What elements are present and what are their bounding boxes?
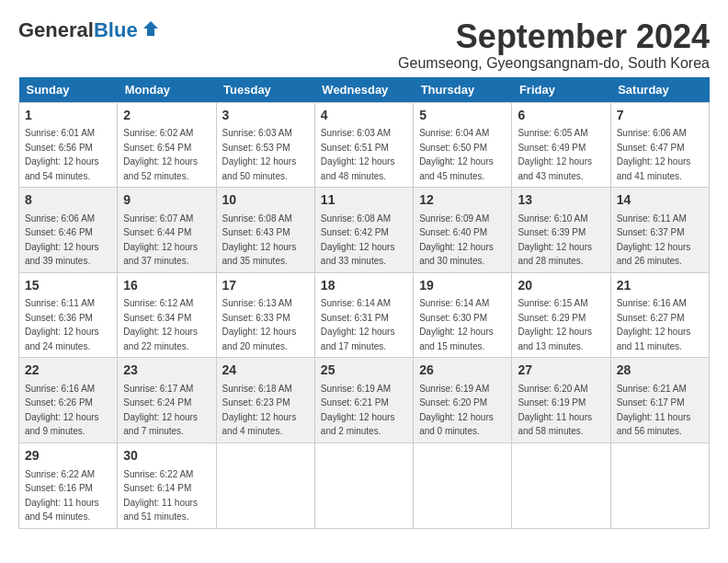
day-4: 4 Sunrise: 6:03 AMSunset: 6:51 PMDayligh… [314,102,413,188]
day-2: 2 Sunrise: 6:02 AMSunset: 6:54 PMDayligh… [118,102,216,188]
day-17: 17 Sunrise: 6:13 AMSunset: 6:33 PMDaylig… [216,272,314,358]
calendar-table: Sunday Monday Tuesday Wednesday Thursday… [18,77,710,529]
header-thursday: Thursday [414,77,512,103]
day-12: 12 Sunrise: 6:09 AMSunset: 6:40 PMDaylig… [414,188,512,273]
day-27: 27 Sunrise: 6:20 AMSunset: 6:19 PMDaylig… [512,358,610,443]
day-22: 22 Sunrise: 6:16 AMSunset: 6:26 PMDaylig… [19,358,118,443]
empty-cell-5 [610,442,709,528]
logo-icon [142,19,160,38]
logo-text: GeneralBlue [18,18,138,42]
day-13: 13 Sunrise: 6:10 AMSunset: 6:39 PMDaylig… [512,188,610,273]
day-20: 20 Sunrise: 6:15 AMSunset: 6:29 PMDaylig… [512,272,610,358]
day-1: 1 Sunrise: 6:01 AMSunset: 6:56 PMDayligh… [19,102,118,188]
day-18: 18 Sunrise: 6:14 AMSunset: 6:31 PMDaylig… [314,272,413,358]
day-15: 15 Sunrise: 6:11 AMSunset: 6:36 PMDaylig… [19,272,118,358]
day-3: 3 Sunrise: 6:03 AMSunset: 6:53 PMDayligh… [216,102,314,188]
page-title: September 2024 [398,18,710,55]
day-23: 23 Sunrise: 6:17 AMSunset: 6:24 PMDaylig… [118,358,216,443]
day-9: 9 Sunrise: 6:07 AMSunset: 6:44 PMDayligh… [118,188,216,273]
day-29: 29 Sunrise: 6:22 AMSunset: 6:16 PMDaylig… [19,442,118,528]
day-25: 25 Sunrise: 6:19 AMSunset: 6:21 PMDaylig… [314,358,413,443]
calendar-header-row: Sunday Monday Tuesday Wednesday Thursday… [19,77,710,103]
header-monday: Monday [118,77,216,103]
day-14: 14 Sunrise: 6:11 AMSunset: 6:37 PMDaylig… [610,188,709,273]
empty-cell-2 [314,442,413,528]
logo: GeneralBlue [18,18,160,42]
day-21: 21 Sunrise: 6:16 AMSunset: 6:27 PMDaylig… [610,272,709,358]
header-saturday: Saturday [610,77,709,103]
svg-marker-0 [143,21,158,36]
day-6: 6 Sunrise: 6:05 AMSunset: 6:49 PMDayligh… [512,102,610,188]
day-24: 24 Sunrise: 6:18 AMSunset: 6:23 PMDaylig… [216,358,314,443]
week-1: 1 Sunrise: 6:01 AMSunset: 6:56 PMDayligh… [19,102,710,188]
week-4: 22 Sunrise: 6:16 AMSunset: 6:26 PMDaylig… [19,358,710,443]
header-sunday: Sunday [19,77,118,103]
title-block: September 2024 Geumseong, Gyeongsangnam-… [398,18,710,72]
day-5: 5 Sunrise: 6:04 AMSunset: 6:50 PMDayligh… [414,102,512,188]
day-28: 28 Sunrise: 6:21 AMSunset: 6:17 PMDaylig… [610,358,709,443]
day-16: 16 Sunrise: 6:12 AMSunset: 6:34 PMDaylig… [118,272,216,358]
week-5: 29 Sunrise: 6:22 AMSunset: 6:16 PMDaylig… [19,442,710,528]
day-30: 30 Sunrise: 6:22 AMSunset: 6:14 PMDaylig… [118,442,216,528]
day-10: 10 Sunrise: 6:08 AMSunset: 6:43 PMDaylig… [216,188,314,273]
day-26: 26 Sunrise: 6:19 AMSunset: 6:20 PMDaylig… [414,358,512,443]
page-header: GeneralBlue September 2024 Geumseong, Gy… [18,18,710,72]
empty-cell-1 [216,442,314,528]
empty-cell-3 [414,442,512,528]
day-8: 8 Sunrise: 6:06 AMSunset: 6:46 PMDayligh… [19,188,118,273]
page-subtitle: Geumseong, Gyeongsangnam-do, South Korea [398,55,710,72]
header-wednesday: Wednesday [314,77,413,103]
day-7: 7 Sunrise: 6:06 AMSunset: 6:47 PMDayligh… [610,102,709,188]
day-19: 19 Sunrise: 6:14 AMSunset: 6:30 PMDaylig… [414,272,512,358]
header-tuesday: Tuesday [216,77,314,103]
week-3: 15 Sunrise: 6:11 AMSunset: 6:36 PMDaylig… [19,272,710,358]
empty-cell-4 [512,442,610,528]
week-2: 8 Sunrise: 6:06 AMSunset: 6:46 PMDayligh… [19,188,710,273]
header-friday: Friday [512,77,610,103]
day-11: 11 Sunrise: 6:08 AMSunset: 6:42 PMDaylig… [314,188,413,273]
